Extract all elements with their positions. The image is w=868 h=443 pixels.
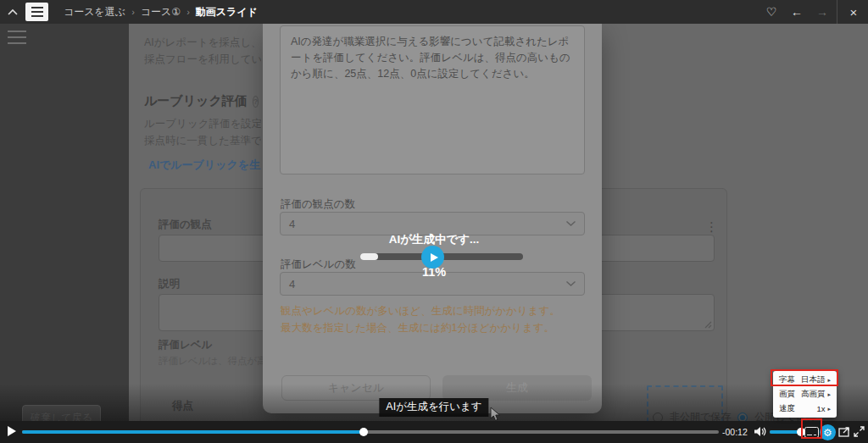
breadcrumb-course-select[interactable]: コースを選ぶ	[64, 5, 125, 19]
video-frame: AIがレポートを採点し、合 採点フローを利用している場 ルーブリック評価 ? ル…	[0, 24, 868, 443]
back-arrow-icon[interactable]: ←	[784, 5, 810, 19]
player-settings-menu: 字幕 日本語 ▸ 画質 高画質 ▸ 速度 1x ▸	[773, 371, 837, 418]
forward-arrow-icon: →	[810, 5, 835, 19]
generation-warning: 観点やレベルの数が多いほど、生成に時間がかかります。 最大数を指定した場合、生成…	[281, 302, 560, 336]
volume-fill	[770, 430, 801, 434]
popout-icon[interactable]	[838, 426, 850, 437]
resize-handle-icon[interactable]	[704, 321, 712, 329]
menu-item-speed[interactable]: 速度 1x ▸	[773, 401, 837, 416]
player-controls-bar: -00:12 ⚙	[0, 421, 868, 443]
description-label: 説明	[159, 277, 180, 291]
ai-generate-rubric-link[interactable]: AIでルーブリックを生成	[144, 158, 261, 173]
sidebar-hamburger-icon[interactable]	[8, 30, 26, 44]
menu-item-subtitles[interactable]: 字幕 日本語 ▸	[773, 373, 837, 387]
video-play-overlay-button[interactable]	[421, 246, 444, 269]
breadcrumb-current-page: 動画スライド	[196, 5, 258, 19]
help-icon[interactable]: ?	[253, 96, 259, 108]
chevron-down-icon	[566, 221, 576, 226]
submenu-arrow-icon: ▸	[827, 406, 831, 413]
fullscreen-icon[interactable]	[854, 426, 865, 437]
time-remaining: -00:12	[722, 427, 748, 437]
chevron-down-icon	[566, 281, 576, 286]
section-description: ルーブリック評価を設定する 採点時に一貫した基準での	[144, 115, 261, 149]
topbar-divider	[837, 0, 837, 24]
seek-handle[interactable]	[359, 428, 368, 436]
section-heading: ルーブリック評価 ?	[144, 93, 263, 109]
breadcrumb-course-1[interactable]: コース①	[141, 5, 181, 19]
generate-button[interactable]: 生成	[442, 375, 592, 401]
favorite-heart-icon[interactable]: ♡	[759, 5, 784, 19]
seek-progress-fill	[22, 430, 364, 434]
breadcrumb: コースを選ぶ › コース① › 動画スライド	[64, 5, 258, 19]
volume-slider[interactable]	[770, 430, 801, 434]
submenu-arrow-icon: ▸	[827, 391, 831, 398]
breadcrumb-separator: ›	[131, 7, 135, 17]
settings-gear-icon[interactable]: ⚙	[820, 424, 836, 440]
lesson-player-window: コースを選ぶ › コース① › 動画スライド ♡ ← → × AIがレポートを採…	[0, 0, 868, 443]
menu-hamburger-icon[interactable]	[25, 3, 48, 21]
gen-progress-fill	[360, 253, 378, 260]
video-caption: AIが生成を行います	[379, 398, 488, 417]
menu-item-quality[interactable]: 画質 高画質 ▸	[773, 387, 837, 401]
score-label: 得点	[172, 399, 193, 413]
intro-paragraph: AIがレポートを採点し、合 採点フローを利用している場	[144, 34, 261, 68]
breadcrumb-separator: ›	[186, 7, 190, 17]
level-hint: 評価レベルは、得点が高い	[159, 355, 277, 368]
ai-rubric-modal: AIの発達が職業選択に与える影響について記載されたレポートを評価してください。評…	[263, 24, 602, 413]
play-icon	[431, 253, 438, 262]
viewpoint-label: 評価の観点	[159, 218, 212, 232]
subtitles-cc-icon[interactable]	[804, 427, 819, 438]
seek-bar[interactable]	[22, 430, 719, 434]
close-icon[interactable]: ×	[839, 5, 868, 19]
collapse-chevron-up-icon[interactable]	[0, 8, 25, 16]
mouse-cursor	[490, 407, 502, 422]
submenu-arrow-icon: ▸	[827, 377, 831, 384]
top-bar: コースを選ぶ › コース① › 動画スライド ♡ ← → ×	[0, 0, 868, 24]
volume-icon[interactable]	[754, 426, 766, 437]
level-label: 評価レベル	[159, 338, 212, 352]
play-button[interactable]	[8, 426, 16, 436]
cancel-button[interactable]: キャンセル	[281, 375, 431, 401]
viewpoint-count-label: 評価の観点の数	[281, 197, 355, 212]
prompt-textarea[interactable]: AIの発達が職業選択に与える影響について記載されたレポートを評価してください。評…	[280, 25, 585, 174]
